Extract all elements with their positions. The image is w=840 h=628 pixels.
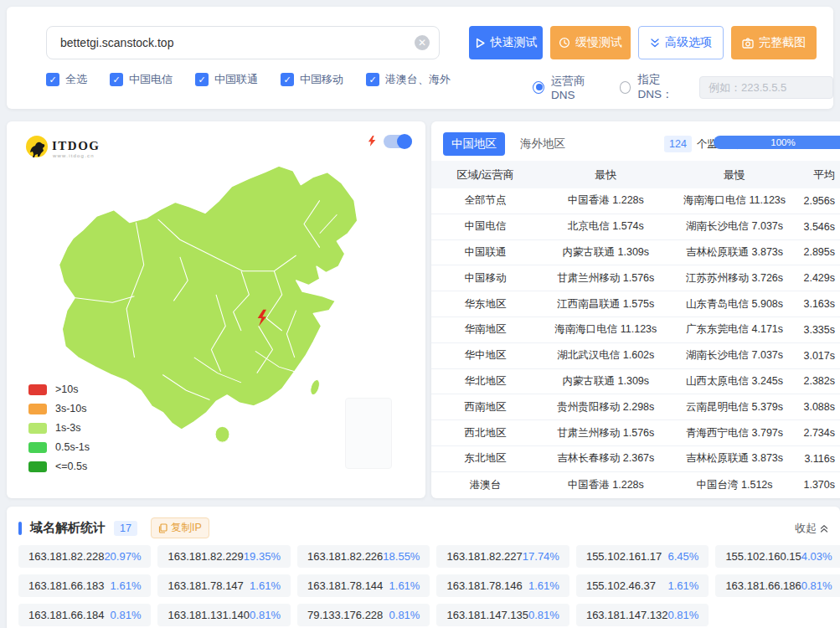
ip-stat-item[interactable]: 155.102.161.176.45% [576, 545, 709, 568]
double-chevron-down-icon [650, 38, 660, 49]
table-row[interactable]: 东北地区 吉林长春移动 2.367s 吉林松原联通 3.873s 3.116s [431, 446, 840, 472]
table-row[interactable]: 华东地区 江西南昌联通 1.575s 山东青岛电信 5.908s 3.163s [431, 291, 840, 317]
toggle-knob [397, 134, 412, 149]
checkbox-china-unicom[interactable]: ✓ 中国联通 [195, 72, 258, 87]
cell-average: 2.382s [796, 375, 840, 387]
cell-average: 3.017s [796, 350, 840, 362]
dns-stats-title: 域名解析统计 [30, 520, 106, 536]
radio-custom-dns[interactable] [620, 81, 631, 94]
url-input[interactable] [46, 26, 440, 59]
legend-item: <=0.5s [28, 461, 90, 472]
cell-fastest: 北京电信 1.574s [539, 219, 673, 234]
ip-stat-item[interactable]: 163.181.66.1840.81% [18, 604, 151, 626]
ip-stat-item[interactable]: 163.181.147.1320.81% [576, 604, 709, 626]
table-row[interactable]: 港澳台 中国香港 1.228s 中国台湾 1.512s 1.370s [431, 472, 840, 498]
cell-slowest: 吉林松原联通 3.873s [673, 245, 797, 260]
ip-stat-item[interactable]: 155.102.160.154.03% [715, 545, 840, 568]
ip-stat-item[interactable]: 163.181.131.1400.81% [157, 604, 290, 626]
ip-stat-item[interactable]: 163.181.78.1461.61% [436, 574, 569, 597]
cell-average: 3.163s [796, 298, 840, 310]
ip-stat-item[interactable]: 163.181.78.1441.61% [297, 574, 430, 597]
cell-fastest: 贵州贵阳移动 2.298s [539, 400, 673, 414]
ip-stat-item[interactable]: 155.102.46.371.61% [576, 574, 709, 597]
table-row[interactable]: 西北地区 甘肃兰州移动 1.576s 青海西宁电信 3.797s 2.734s [431, 420, 840, 446]
cell-region: 华东地区 [431, 297, 539, 311]
camera-icon [742, 38, 754, 49]
table-row[interactable]: 华北地区 内蒙古联通 1.309s 山西太原电信 3.245s 2.382s [431, 369, 840, 395]
fast-test-button[interactable]: 快速测试 [469, 26, 543, 59]
ip-stat-item[interactable]: 163.181.82.22717.74% [436, 545, 569, 568]
cell-slowest: 湖南长沙电信 7.037s [673, 219, 797, 234]
checkbox-checked-icon: ✓ [195, 73, 209, 86]
cell-region: 中国电信 [431, 219, 539, 234]
cell-fastest: 甘肃兰州移动 1.576s [539, 271, 673, 286]
cell-slowest: 江苏苏州移动 3.726s [673, 271, 797, 286]
result-panel: 中国地区 海外地区 124 个监测点参与测试，当前进度： 100% 区域/运营商… [431, 121, 840, 498]
slow-test-button[interactable]: 缓慢测试 [550, 26, 631, 59]
tab-china-region[interactable]: 中国地区 [443, 132, 505, 156]
table-row[interactable]: 全部节点 中国香港 1.228s 海南海口电信 11.123s 2.956s [431, 188, 840, 214]
cell-region: 全部节点 [431, 193, 539, 208]
tab-overseas-region[interactable]: 海外地区 [512, 132, 574, 156]
cell-slowest: 青海西宁电信 3.797s [673, 426, 797, 440]
isp-checkbox-row: ✓ 全选 ✓ 中国电信 ✓ 中国联通 ✓ 中国移动 ✓ 港澳台、海外 [46, 72, 451, 87]
map-mode-toggle[interactable] [384, 135, 412, 148]
collapse-button[interactable]: 收起 [795, 521, 828, 536]
cell-fastest: 吉林长春移动 2.367s [539, 451, 673, 466]
url-input-wrap: ✕ [46, 26, 440, 59]
ip-stat-item[interactable]: 163.181.82.22618.55% [297, 545, 430, 568]
advanced-options-button[interactable]: 高级选项 [638, 26, 724, 59]
legend-swatch-red [28, 384, 47, 395]
map-panel: ITDOG www.itdog.cn [7, 121, 425, 498]
cell-region: 东北地区 [431, 451, 539, 466]
ip-stat-item[interactable]: 163.181.82.22919.35% [157, 545, 290, 568]
dns-options-row: 运营商DNS 指定DNS： [533, 72, 833, 102]
full-screenshot-button[interactable]: 完整截图 [731, 26, 817, 59]
cell-fastest: 甘肃兰州移动 1.576s [539, 426, 673, 440]
lightning-icon [368, 136, 378, 148]
checkbox-select-all[interactable]: ✓ 全选 [46, 72, 87, 87]
cell-slowest: 云南昆明电信 5.379s [673, 400, 797, 414]
progress-bar: 100% [714, 136, 840, 149]
taiwan-island-shape[interactable] [309, 378, 322, 396]
cell-region: 港澳台 [431, 478, 539, 492]
clear-input-icon[interactable]: ✕ [415, 35, 430, 50]
radio-carrier-dns[interactable] [533, 81, 544, 94]
checkbox-checked-icon: ✓ [110, 73, 123, 86]
table-row[interactable]: 中国联通 内蒙古联通 1.309s 吉林松原联通 3.873s 2.895s [431, 240, 840, 266]
legend-item: 3s-10s [28, 403, 90, 414]
table-row[interactable]: 华南地区 海南海口电信 11.123s 广东东莞电信 4.171s 3.335s [431, 317, 840, 343]
custom-dns-input[interactable] [699, 76, 833, 99]
ip-stat-item[interactable]: 163.181.66.1831.61% [18, 574, 151, 597]
legend-swatch-green [28, 442, 47, 453]
checkbox-china-telecom[interactable]: ✓ 中国电信 [110, 72, 173, 87]
cell-average: 2.734s [796, 427, 840, 439]
table-row[interactable]: 华中地区 湖北武汉电信 1.602s 湖南长沙电信 7.037s 3.017s [431, 343, 840, 369]
cell-region: 华北地区 [431, 374, 539, 389]
node-count-badge: 124 [664, 136, 692, 152]
table-row[interactable]: 中国电信 北京电信 1.574s 湖南长沙电信 7.037s 3.546s [431, 214, 840, 240]
hainan-island-shape[interactable] [215, 426, 229, 442]
table-row[interactable]: 西南地区 贵州贵阳移动 2.298s 云南昆明电信 5.379s 3.088s [431, 394, 840, 420]
cell-fastest: 江西南昌联通 1.575s [539, 297, 673, 311]
ip-stats-grid: 163.181.82.22820.97% 163.181.82.22919.35… [18, 545, 828, 626]
cell-fastest: 中国香港 1.228s [539, 193, 673, 208]
ip-stat-item[interactable]: 163.181.82.22820.97% [18, 545, 151, 568]
ip-stat-item[interactable]: 163.181.147.1350.81% [436, 604, 569, 626]
cell-fastest: 湖北武汉电信 1.602s [539, 348, 673, 363]
table-header: 区域/运营商 最快 最慢 平均 [431, 161, 840, 188]
cell-slowest: 吉林松原联通 3.873s [673, 451, 797, 466]
ip-stat-item[interactable]: 79.133.176.2280.81% [297, 604, 430, 626]
clock-icon [559, 37, 570, 49]
ip-stat-item[interactable]: 163.181.66.1860.81% [715, 574, 840, 597]
copy-ip-button[interactable]: 复制IP [151, 517, 209, 538]
action-buttons: 快速测试 缓慢测试 高级选项 完整截图 [469, 26, 817, 59]
cell-region: 西北地区 [431, 426, 539, 440]
cell-slowest: 中国台湾 1.512s [673, 478, 797, 492]
table-row[interactable]: 中国移动 甘肃兰州移动 1.576s 江苏苏州移动 3.726s 2.429s [431, 265, 840, 291]
checkbox-china-mobile[interactable]: ✓ 中国移动 [281, 72, 343, 87]
cell-average: 2.956s [796, 195, 840, 207]
cell-slowest: 湖南长沙电信 7.037s [673, 348, 797, 363]
checkbox-hmt-overseas[interactable]: ✓ 港澳台、海外 [366, 72, 451, 87]
ip-stat-item[interactable]: 163.181.78.1471.61% [157, 574, 290, 597]
